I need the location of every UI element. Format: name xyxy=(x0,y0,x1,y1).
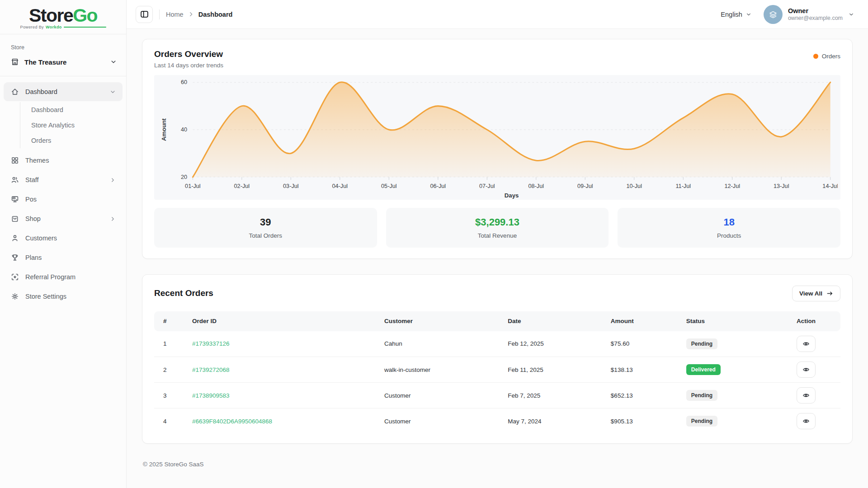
eye-icon xyxy=(802,392,810,399)
chart-legend: Orders xyxy=(813,53,840,60)
column-header-customer: Customer xyxy=(381,311,504,331)
order-id-link[interactable]: #6639F8402D6A9950604868 xyxy=(192,418,272,425)
sidebar-item-shop[interactable]: Shop xyxy=(4,209,123,228)
legend-label-orders: Orders xyxy=(822,53,840,60)
sidebar-item-plans[interactable]: Plans xyxy=(4,248,123,267)
users-icon xyxy=(11,176,19,184)
sidebar-toggle-button[interactable] xyxy=(136,6,153,23)
sidebar-item-customers[interactable]: Customers xyxy=(4,229,123,248)
sidebar: StoreGo Powered By Workdo Store The Trea… xyxy=(0,0,127,488)
sidebar-submenu: DashboardStore AnalyticsOrders xyxy=(20,102,126,148)
order-amount: $75.60 xyxy=(607,331,683,357)
svg-text:60: 60 xyxy=(181,79,187,85)
order-amount: $138.13 xyxy=(607,357,683,383)
store-selector[interactable]: The Treasure xyxy=(0,56,126,68)
view-order-button[interactable] xyxy=(797,387,816,404)
recent-orders-header: Recent Orders View All xyxy=(154,286,840,301)
stat-card-total-revenue: $3,299.13 Total Revenue xyxy=(386,208,609,248)
topbar-separator xyxy=(159,9,160,19)
legend-dot-orders xyxy=(813,54,818,59)
chevron-down-icon xyxy=(109,89,116,95)
recent-orders-card: Recent Orders View All #Order IDCustomer… xyxy=(142,274,853,444)
order-id-link[interactable]: #1738909583 xyxy=(192,392,230,399)
order-date: May 7, 2024 xyxy=(504,408,607,434)
order-amount: $652.13 xyxy=(607,383,683,408)
orders-overview-header: Orders Overview Last 14 days order trend… xyxy=(154,49,840,69)
svg-text:03-Jul: 03-Jul xyxy=(283,183,299,189)
status-badge: Pending xyxy=(686,338,717,349)
brand-name-primary: Store xyxy=(29,5,73,26)
sidebar-subitem-orders[interactable]: Orders xyxy=(31,133,126,148)
order-customer: Cahun xyxy=(381,331,504,357)
orders-overview-title: Orders Overview xyxy=(154,49,223,59)
status-badge: Pending xyxy=(686,390,717,401)
svg-text:02-Jul: 02-Jul xyxy=(234,183,250,189)
view-order-button[interactable] xyxy=(797,336,816,352)
column-header-amount: Amount xyxy=(607,311,683,331)
column-header-status: Status xyxy=(683,311,772,331)
language-selector[interactable]: English xyxy=(721,11,752,18)
order-num: 3 xyxy=(154,383,189,408)
order-amount: $905.13 xyxy=(607,408,683,434)
main-area: Home Dashboard English xyxy=(127,0,868,488)
stat-card-total-orders: 39 Total Orders xyxy=(154,208,377,248)
svg-text:Days: Days xyxy=(505,192,519,199)
language-label: English xyxy=(721,11,742,18)
svg-text:06-Jul: 06-Jul xyxy=(430,183,446,189)
status-badge: Pending xyxy=(686,416,717,427)
sidebar-layout-icon xyxy=(140,10,149,19)
powered-by: Powered By Workdo xyxy=(20,25,106,29)
sidebar-subitem-store-analytics[interactable]: Store Analytics xyxy=(31,117,126,133)
user-menu[interactable]: Owner owner@example.com xyxy=(764,5,854,24)
order-id-link[interactable]: #1739272068 xyxy=(192,366,230,373)
order-customer: Customer xyxy=(381,408,504,434)
orders-overview-subtitle: Last 14 days order trends xyxy=(154,62,223,69)
view-order-button[interactable] xyxy=(797,361,816,378)
chevron-down-icon xyxy=(745,11,752,18)
breadcrumb: Home Dashboard xyxy=(166,11,232,18)
svg-text:11-Jul: 11-Jul xyxy=(675,183,691,189)
order-id-link[interactable]: #1739337126 xyxy=(192,340,230,347)
breadcrumb-home[interactable]: Home xyxy=(166,11,184,18)
content: Orders Overview Last 14 days order trend… xyxy=(127,29,868,488)
sidebar-item-dashboard[interactable]: Dashboard xyxy=(4,82,123,101)
eye-icon xyxy=(802,340,810,347)
svg-text:09-Jul: 09-Jul xyxy=(577,183,593,189)
sidebar-nav: Dashboard DashboardStore AnalyticsOrders… xyxy=(0,76,126,306)
sidebar-item-store-settings[interactable]: Store Settings xyxy=(4,287,123,306)
user-icon xyxy=(11,234,19,242)
svg-text:Amount: Amount xyxy=(160,118,167,141)
eye-icon xyxy=(802,418,810,425)
svg-text:08-Jul: 08-Jul xyxy=(528,183,544,189)
table-row: 2 #1739272068 walk-in-customer Feb 11, 2… xyxy=(154,357,840,383)
sidebar-item-referral-program[interactable]: Referral Program xyxy=(4,267,123,286)
brand-name-secondary: Go xyxy=(73,5,97,26)
sidebar-subitem-dashboard[interactable]: Dashboard xyxy=(31,102,126,117)
svg-text:40: 40 xyxy=(181,126,187,133)
user-email: owner@example.com xyxy=(788,15,843,22)
chevron-right-icon xyxy=(109,216,116,222)
arrow-right-icon xyxy=(826,290,833,297)
column-header-num: # xyxy=(154,311,189,331)
chevron-right-icon xyxy=(188,11,194,17)
view-all-button[interactable]: View All xyxy=(792,286,840,301)
column-header-action: Action xyxy=(772,311,840,331)
footer-copyright: © 2025 StoreGo SaaS xyxy=(142,444,853,477)
eye-icon xyxy=(802,366,810,373)
chevron-right-icon xyxy=(109,177,116,183)
chevron-down-icon xyxy=(848,11,854,18)
table-row: 3 #1738909583 Customer Feb 7, 2025 $652.… xyxy=(154,383,840,408)
sidebar-item-pos[interactable]: Pos xyxy=(4,190,123,209)
order-num: 1 xyxy=(154,331,189,357)
recent-orders-table: #Order IDCustomerDateAmountStatusAction … xyxy=(154,311,840,434)
order-date: Feb 11, 2025 xyxy=(504,357,607,383)
orders-trend-chart: 20406001-Jul02-Jul03-Jul04-Jul05-Jul06-J… xyxy=(154,75,840,200)
recent-orders-title: Recent Orders xyxy=(154,288,213,298)
sidebar-item-staff[interactable]: Staff xyxy=(4,170,123,189)
sidebar-item-themes[interactable]: Themes xyxy=(4,151,123,170)
column-header-order-id: Order ID xyxy=(189,311,381,331)
svg-text:14-Jul: 14-Jul xyxy=(822,183,838,189)
order-num: 4 xyxy=(154,408,189,434)
bag-icon xyxy=(11,215,19,223)
view-order-button[interactable] xyxy=(797,413,816,429)
